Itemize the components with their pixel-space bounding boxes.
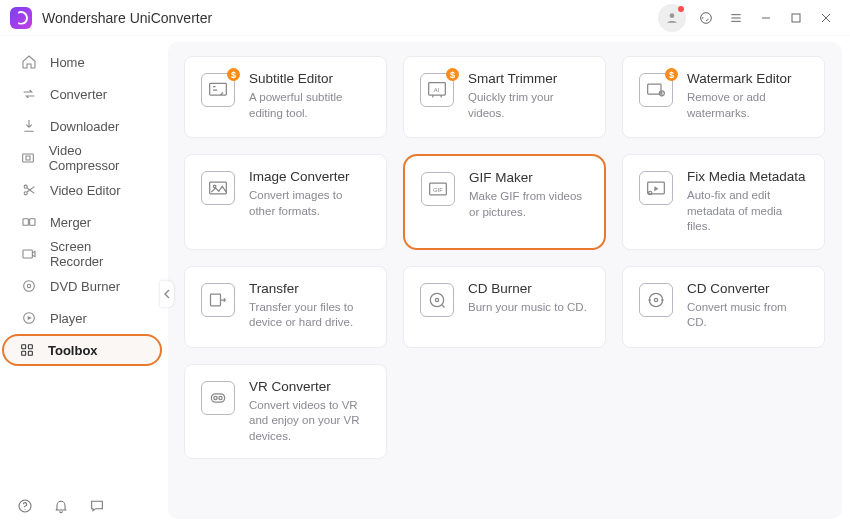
sidebar-item-label: Screen Recorder: [50, 239, 148, 269]
tool-title: CD Burner: [468, 281, 587, 296]
svg-rect-15: [23, 250, 32, 258]
tool-title: GIF Maker: [469, 170, 588, 185]
compress-icon: [20, 149, 37, 167]
paid-badge: $: [227, 68, 240, 81]
sidebar-item-label: Player: [50, 311, 87, 326]
grid-icon: [18, 341, 36, 359]
svg-point-24: [24, 509, 25, 510]
tool-card-smart-trimmer[interactable]: AI$Smart TrimmerQuickly trim your videos…: [403, 56, 606, 138]
sidebar-item-downloader[interactable]: Downloader: [6, 110, 162, 142]
record-icon: [20, 245, 38, 263]
sidebar-item-label: Converter: [50, 87, 107, 102]
tool-description: Transfer your files to device or hard dr…: [249, 300, 370, 331]
tool-description: Quickly trim your videos.: [468, 90, 589, 121]
tool-card-image-converter[interactable]: Image ConverterConvert images to other f…: [184, 154, 387, 250]
paid-badge: $: [446, 68, 459, 81]
tool-card-gif-maker[interactable]: GIFGIF MakerMake GIF from videos or pict…: [403, 154, 606, 250]
svg-rect-25: [210, 83, 227, 95]
tool-description: Make GIF from videos or pictures.: [469, 189, 588, 220]
gif-maker-icon: GIF: [421, 172, 455, 206]
sidebar-item-player[interactable]: Player: [6, 302, 162, 334]
app-title: Wondershare UniConverter: [42, 10, 212, 26]
sidebar-item-video-editor[interactable]: Video Editor: [6, 174, 162, 206]
sidebar-item-label: Video Editor: [50, 183, 121, 198]
svg-point-42: [214, 396, 217, 399]
svg-point-38: [435, 298, 438, 301]
sidebar-item-label: Downloader: [50, 119, 119, 134]
disc-icon: [20, 277, 38, 295]
help-button[interactable]: [16, 497, 34, 515]
title-bar: Wondershare UniConverter: [0, 0, 850, 36]
play-icon: [20, 309, 38, 327]
converter-icon: [20, 85, 38, 103]
tool-title: CD Converter: [687, 281, 808, 296]
sidebar-item-toolbox[interactable]: Toolbox: [2, 334, 162, 366]
sidebar-collapse-handle[interactable]: [160, 281, 174, 307]
maximize-button[interactable]: [782, 4, 810, 32]
tool-card-vr-converter[interactable]: VR ConverterConvert videos to VR and enj…: [184, 364, 387, 460]
svg-point-11: [24, 185, 27, 188]
svg-point-37: [430, 293, 443, 306]
scissors-icon: [20, 181, 38, 199]
sidebar-item-label: Merger: [50, 215, 91, 230]
menu-button[interactable]: [722, 4, 750, 32]
tool-description: Burn your music to CD.: [468, 300, 587, 316]
minimize-button[interactable]: [752, 4, 780, 32]
svg-point-39: [649, 293, 662, 306]
app-logo: [10, 7, 32, 29]
tool-title: Watermark Editor: [687, 71, 808, 86]
tool-description: Convert videos to VR and enjoy on your V…: [249, 398, 370, 445]
tool-card-subtitle-editor[interactable]: $Subtitle EditorA powerful subtitle edit…: [184, 56, 387, 138]
download-icon: [20, 117, 38, 135]
watermark-editor-icon: $: [639, 73, 673, 107]
tool-card-cd-converter[interactable]: CD ConverterConvert music from CD.: [622, 266, 825, 348]
sidebar-item-dvd-burner[interactable]: DVD Burner: [6, 270, 162, 302]
sidebar-item-merger[interactable]: Merger: [6, 206, 162, 238]
tool-description: Convert music from CD.: [687, 300, 808, 331]
home-icon: [20, 53, 38, 71]
tool-description: Remove or add watermarks.: [687, 90, 808, 121]
svg-point-2: [702, 17, 704, 19]
sidebar-item-converter[interactable]: Converter: [6, 78, 162, 110]
tool-card-transfer[interactable]: TransferTransfer your files to device or…: [184, 266, 387, 348]
close-button[interactable]: [812, 4, 840, 32]
svg-rect-20: [28, 345, 32, 349]
main-panel: $Subtitle EditorA powerful subtitle edit…: [168, 42, 842, 519]
sidebar-item-label: Video Compressor: [49, 143, 148, 173]
paid-badge: $: [665, 68, 678, 81]
tool-description: Convert images to other formats.: [249, 188, 370, 219]
sidebar-item-video-compressor[interactable]: Video Compressor: [6, 142, 162, 174]
support-button[interactable]: [692, 4, 720, 32]
tool-title: Smart Trimmer: [468, 71, 589, 86]
tool-card-fix-media-metadata[interactable]: Fix Media MetadataAuto-fix and edit meta…: [622, 154, 825, 250]
tool-title: Transfer: [249, 281, 370, 296]
svg-rect-19: [22, 345, 26, 349]
smart-trimmer-icon: AI$: [420, 73, 454, 107]
tool-grid: $Subtitle EditorA powerful subtitle edit…: [168, 56, 842, 459]
cd-burner-icon: [420, 283, 454, 317]
sidebar: HomeConverterDownloaderVideo CompressorV…: [0, 36, 168, 527]
tool-title: VR Converter: [249, 379, 370, 394]
sidebar-item-home[interactable]: Home: [6, 46, 162, 78]
tool-description: Auto-fix and edit metadata of media file…: [687, 188, 808, 235]
tool-description: A powerful subtitle editing tool.: [249, 90, 370, 121]
account-button[interactable]: [658, 4, 686, 32]
tool-card-watermark-editor[interactable]: $Watermark EditorRemove or add watermark…: [622, 56, 825, 138]
sidebar-item-label: Home: [50, 55, 85, 70]
svg-point-17: [27, 284, 30, 287]
feedback-button[interactable]: [88, 497, 106, 515]
svg-point-12: [24, 192, 27, 195]
image-converter-icon: [201, 171, 235, 205]
transfer-icon: [201, 283, 235, 317]
svg-rect-13: [23, 219, 28, 226]
svg-rect-36: [211, 294, 221, 306]
svg-rect-7: [792, 14, 800, 22]
svg-rect-22: [28, 351, 32, 355]
svg-text:AI: AI: [434, 87, 440, 93]
svg-text:GIF: GIF: [433, 187, 443, 193]
notifications-button[interactable]: [52, 497, 70, 515]
sidebar-item-label: Toolbox: [48, 343, 98, 358]
tool-card-cd-burner[interactable]: CD BurnerBurn your music to CD.: [403, 266, 606, 348]
tool-title: Image Converter: [249, 169, 370, 184]
sidebar-item-screen-recorder[interactable]: Screen Recorder: [6, 238, 162, 270]
